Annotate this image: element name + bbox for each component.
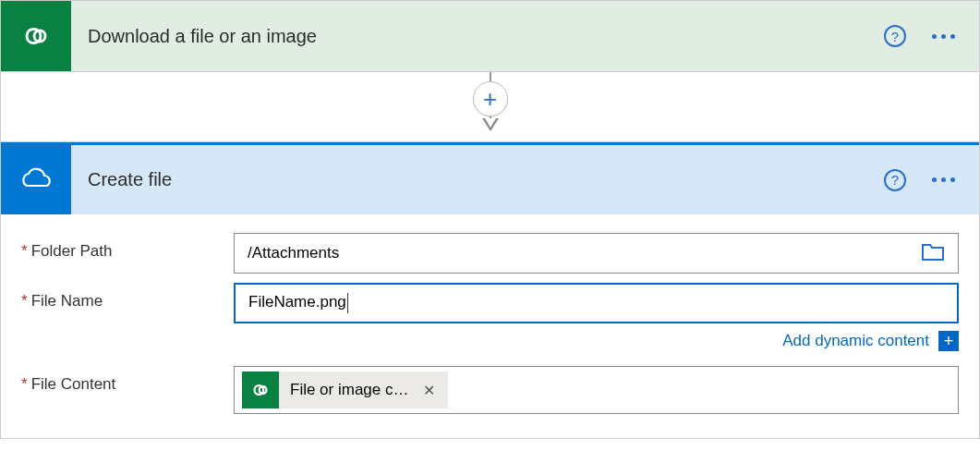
folder-path-input[interactable]: [234, 233, 959, 274]
field-folder-path: *Folder Path: [21, 233, 959, 274]
more-menu-icon[interactable]: [932, 34, 955, 39]
step-create-file: Create file ? *Folder Path *File Name: [0, 141, 980, 439]
token-remove-icon[interactable]: ✕: [419, 382, 439, 399]
file-name-text: FileName.png: [248, 293, 346, 311]
more-menu-icon[interactable]: [932, 177, 955, 182]
help-icon[interactable]: ?: [884, 169, 906, 191]
file-content-input[interactable]: File or image c… ✕: [234, 366, 959, 414]
dataverse-icon: [1, 1, 71, 71]
add-dynamic-content-link[interactable]: Add dynamic content: [782, 332, 929, 350]
help-icon[interactable]: ?: [884, 25, 906, 47]
insert-step-button[interactable]: +: [473, 81, 508, 116]
folder-picker-icon[interactable]: [921, 241, 945, 266]
dynamic-token[interactable]: File or image c… ✕: [242, 372, 448, 408]
add-dynamic-content-button[interactable]: +: [938, 331, 959, 351]
field-file-content: *File Content File or image c… ✕: [21, 366, 959, 414]
file-name-input[interactable]: FileName.png: [234, 283, 959, 323]
onedrive-icon: [1, 145, 71, 214]
step1-title: Download a file or an image: [71, 1, 884, 71]
connector: +: [0, 72, 980, 141]
token-label: File or image c…: [279, 381, 419, 399]
file-content-label: *File Content: [21, 366, 234, 394]
folder-path-text[interactable]: [248, 244, 913, 262]
step1-header[interactable]: Download a file or an image ?: [1, 1, 979, 71]
step2-title: Create file: [71, 145, 884, 214]
file-name-label: *File Name: [21, 283, 234, 311]
arrow-down-icon: [482, 118, 499, 131]
field-file-name: *File Name FileName.png Add dynamic cont…: [21, 283, 959, 357]
text-caret: [347, 293, 348, 313]
step2-header[interactable]: Create file ?: [1, 142, 979, 214]
step-download-file: Download a file or an image ?: [0, 0, 980, 72]
dataverse-icon: [242, 372, 279, 408]
step2-body: *Folder Path *File Name FileName.png Add…: [1, 214, 979, 438]
folder-path-label: *Folder Path: [21, 233, 234, 261]
